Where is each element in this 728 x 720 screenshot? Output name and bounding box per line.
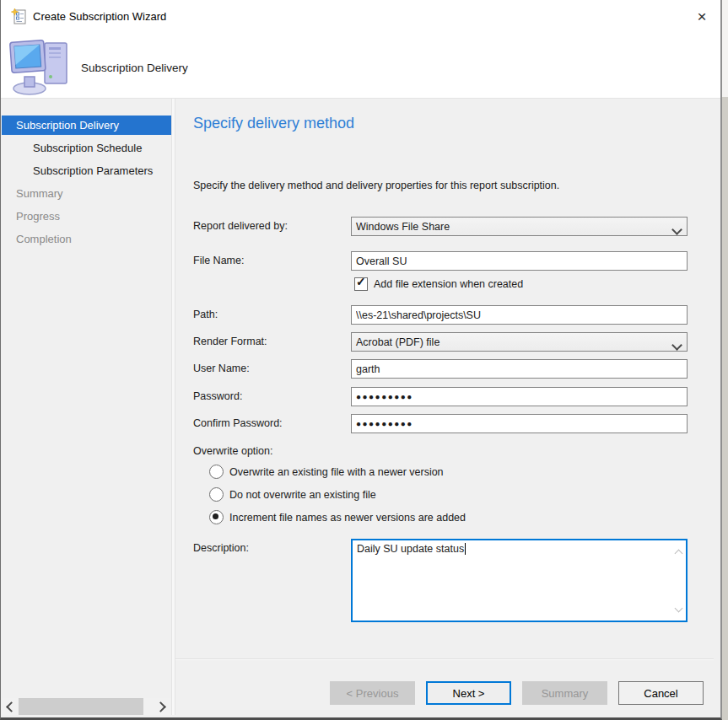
- radio-overwrite-newer[interactable]: [209, 465, 224, 479]
- wizard-steps-sidebar: Subscription Delivery Subscription Sched…: [2, 99, 171, 715]
- description-text: Daily SU update status: [357, 543, 464, 555]
- report-delivered-by-select[interactable]: Windows File Share: [351, 217, 688, 236]
- path-input[interactable]: [351, 305, 688, 325]
- computer-icon: [8, 36, 75, 97]
- user-name-label: User Name:: [193, 359, 351, 374]
- render-format-label: Render Format:: [193, 332, 351, 347]
- confirm-password-label: Confirm Password:: [193, 414, 351, 429]
- file-name-input[interactable]: [351, 251, 688, 271]
- step-subscription-delivery[interactable]: Subscription Delivery: [2, 116, 171, 135]
- wizard-window: Create Subscription Wizard ×: [0, 0, 722, 720]
- path-label: Path:: [193, 305, 351, 320]
- wizard-app-icon: [11, 8, 27, 24]
- text-caret: [465, 543, 466, 555]
- radio-overwrite-newer-label: Overwrite an existing file with a newer …: [229, 466, 444, 478]
- radio-do-not-overwrite[interactable]: [209, 487, 224, 502]
- step-subscription-schedule[interactable]: Subscription Schedule: [2, 138, 171, 158]
- overwrite-option-label: Overwrite option:: [193, 445, 688, 457]
- description-label: Description:: [193, 539, 351, 554]
- report-delivered-by-value: Windows File Share: [356, 221, 450, 233]
- step-progress: Progress: [2, 207, 171, 226]
- add-extension-checkbox[interactable]: ✓: [354, 277, 368, 291]
- previous-button: < Previous: [330, 681, 415, 705]
- page-intro-text: Specify the delivery method and delivery…: [193, 180, 688, 191]
- add-extension-label: Add file extension when created: [374, 278, 523, 290]
- button-row: < Previous Next > Summary Cancel: [319, 681, 704, 705]
- radio-increment-file-names-label: Increment file names as newer versions a…: [229, 512, 466, 524]
- chevron-down-icon: [673, 224, 681, 236]
- scroll-left-arrow-icon[interactable]: [2, 698, 19, 715]
- scroll-right-arrow-icon[interactable]: [154, 698, 170, 715]
- page-title: Specify delivery method: [193, 115, 688, 132]
- step-completion: Completion: [2, 229, 171, 249]
- header-title: Subscription Delivery: [81, 62, 188, 74]
- screenshot-stage: Create Subscription Wizard ×: [0, 0, 728, 720]
- background-window-strip: [722, 0, 728, 720]
- window-title: Create Subscription Wizard: [33, 10, 166, 23]
- wizard-header: Subscription Delivery: [1, 34, 720, 99]
- wizard-footer: < Previous Next > Summary Cancel: [175, 658, 714, 715]
- sidebar-horizontal-scrollbar[interactable]: [2, 698, 171, 715]
- file-name-label: File Name:: [193, 251, 351, 266]
- cancel-button[interactable]: Cancel: [618, 681, 704, 705]
- step-subscription-parameters[interactable]: Subscription Parameters: [2, 161, 171, 180]
- password-label: Password:: [193, 387, 351, 402]
- summary-button: Summary: [522, 681, 607, 705]
- confirm-password-input[interactable]: [351, 414, 688, 433]
- title-bar: Create Subscription Wizard ×: [1, 0, 720, 34]
- checkmark-icon: ✓: [356, 275, 366, 288]
- report-delivered-by-label: Report delivered by:: [193, 217, 351, 232]
- scroll-down-icon[interactable]: [676, 602, 682, 614]
- scrollbar-thumb[interactable]: [19, 698, 143, 715]
- step-list: Subscription Delivery Subscription Sched…: [2, 116, 171, 252]
- render-format-select[interactable]: Acrobat (PDF) file: [351, 332, 688, 352]
- chevron-down-icon: [673, 340, 681, 352]
- radio-do-not-overwrite-label: Do not overwrite an existing file: [229, 489, 376, 501]
- render-format-value: Acrobat (PDF) file: [356, 336, 439, 348]
- password-input[interactable]: [351, 387, 688, 406]
- close-icon: ×: [697, 8, 706, 26]
- scroll-up-icon[interactable]: [676, 547, 682, 559]
- page-content: Specify delivery method Specify the deli…: [175, 99, 714, 658]
- close-button[interactable]: ×: [688, 4, 715, 30]
- radio-increment-file-names[interactable]: [209, 510, 224, 524]
- next-button[interactable]: Next >: [426, 681, 511, 705]
- user-name-input[interactable]: [351, 359, 688, 379]
- step-summary: Summary: [2, 184, 171, 203]
- description-textarea[interactable]: Daily SU update status: [351, 539, 688, 622]
